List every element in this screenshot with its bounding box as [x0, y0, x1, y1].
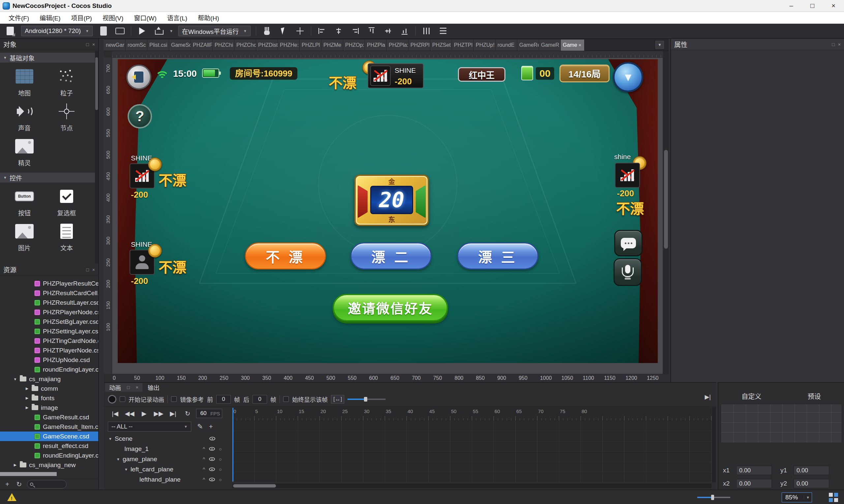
document-tab[interactable]: PHZMe: [322, 39, 343, 51]
top-player-box[interactable]: SHINE -200: [367, 63, 424, 88]
timeline-playhead[interactable]: [232, 408, 234, 482]
timeline-node-game-plane[interactable]: ▼ game_plane ^○: [104, 454, 232, 464]
expand-icon[interactable]: ▼: [116, 457, 120, 461]
document-tab[interactable]: PHZAllF: [191, 39, 213, 51]
controls-section[interactable]: ▼ 控件: [0, 173, 98, 182]
resource-item[interactable]: roundEndingLayer.csd: [0, 451, 98, 460]
maximize-icon[interactable]: □: [802, 0, 823, 12]
resource-item[interactable]: result_effect.csd: [0, 441, 98, 451]
basic-objects-section[interactable]: ▼ 基础对象: [0, 53, 98, 62]
timeline-node-left-card-plane[interactable]: ▼ left_card_plane ^○: [104, 464, 232, 474]
play-button[interactable]: ▶: [138, 410, 150, 417]
curve-grid[interactable]: [721, 404, 842, 443]
objects-scrollbar[interactable]: [95, 51, 98, 264]
document-tab[interactable]: newGar: [104, 39, 126, 51]
resource-item-selected[interactable]: GameScene.csd: [0, 432, 98, 441]
distribute-h-button[interactable]: [421, 25, 432, 37]
hongzhongwang-button[interactable]: 红中王: [458, 67, 505, 82]
menu-item[interactable]: 项目(P): [66, 12, 97, 23]
fast-forward-button[interactable]: ▶▶: [153, 410, 165, 417]
close-tab-icon[interactable]: ×: [579, 39, 582, 51]
document-tab[interactable]: PHZPla: [365, 39, 387, 51]
tab-overflow-dropdown-icon[interactable]: ▼: [655, 41, 664, 49]
menu-item[interactable]: 语言(L): [162, 12, 192, 23]
float-two-button[interactable]: 漂 二: [350, 242, 432, 269]
resource-folder[interactable]: ▼cs_majiang: [0, 374, 98, 384]
mirror-checkbox[interactable]: [171, 396, 177, 402]
resource-item[interactable]: PHZSettingLayer.csd: [0, 326, 98, 336]
resource-item[interactable]: PHZPlayerResultCell.: [0, 279, 98, 288]
publish-button[interactable]: [153, 25, 164, 37]
document-tab[interactable]: Plist.csi: [148, 39, 169, 51]
resource-item[interactable]: GameResult_Item.csd: [0, 422, 98, 432]
float-panel-icon[interactable]: □: [127, 385, 130, 390]
menu-item[interactable]: 编辑(E): [34, 12, 66, 23]
rewind-button[interactable]: ◀◀: [124, 410, 136, 417]
record-button[interactable]: [108, 395, 116, 403]
palette-item-node[interactable]: 节点: [46, 100, 88, 135]
expand-icon[interactable]: ▼: [124, 467, 128, 471]
palette-item-checkbox[interactable]: 复选框: [46, 185, 88, 220]
align-hcenter-button[interactable]: [333, 25, 344, 37]
next-frame-button[interactable]: ▶|: [705, 393, 711, 400]
tab-animation[interactable]: 动画 □ ×: [105, 383, 142, 392]
add-icon[interactable]: +: [209, 422, 213, 431]
resource-folder[interactable]: ▶cs_majiang_new: [0, 460, 98, 470]
lock-caret-icon[interactable]: ^: [203, 446, 205, 452]
palette-item-map[interactable]: 地图: [3, 65, 46, 100]
resource-folder[interactable]: ▶fonts: [0, 393, 98, 403]
voice-button[interactable]: [614, 258, 642, 286]
align-vcenter-button[interactable]: [382, 25, 394, 37]
always-show-checkbox[interactable]: [283, 396, 289, 402]
skip-start-button[interactable]: |◀: [109, 410, 121, 417]
float-panel-icon[interactable]: □: [86, 267, 89, 272]
document-tab[interactable]: PHZUp!: [474, 39, 496, 51]
visibility-eye-icon[interactable]: [209, 467, 215, 471]
resource-item[interactable]: PHZTingCardNode.c: [0, 336, 98, 345]
document-tab[interactable]: PHZPla:: [387, 39, 409, 51]
document-tab[interactable]: roomSc: [126, 39, 148, 51]
edit-icon[interactable]: ✎: [197, 422, 203, 431]
menu-item[interactable]: 文件(F): [3, 12, 34, 23]
timeline-vscrollbar[interactable]: [712, 407, 716, 482]
tab-output[interactable]: 输出: [144, 383, 163, 392]
document-tab-active[interactable]: Game ×: [561, 39, 585, 51]
exit-button[interactable]: [126, 65, 151, 90]
keyframe-circle-icon[interactable]: ○: [219, 477, 222, 482]
palette-item-text[interactable]: 文本: [46, 220, 88, 255]
loop-button[interactable]: ↻: [182, 410, 193, 417]
resource-item[interactable]: PHZRPlayerNode.csc: [0, 307, 98, 317]
document-tab[interactable]: PHZDist: [256, 39, 278, 51]
document-tab[interactable]: PHZChi: [213, 39, 235, 51]
menu-item[interactable]: 视图(V): [97, 12, 128, 23]
expand-icon[interactable]: ▶: [25, 406, 29, 410]
pan-tool-button[interactable]: [261, 25, 273, 37]
float-panel-icon[interactable]: □: [86, 42, 89, 47]
add-resource-button[interactable]: +: [3, 481, 11, 488]
document-tab[interactable]: PHZRPl: [409, 39, 430, 51]
expand-icon[interactable]: ▼: [13, 377, 17, 381]
fps-input[interactable]: [199, 410, 208, 417]
keyframe-circle-icon[interactable]: ○: [219, 446, 222, 452]
grid-toggle-icon[interactable]: [829, 493, 838, 502]
y1-input[interactable]: [794, 466, 829, 475]
close-panel-icon[interactable]: ×: [92, 267, 95, 272]
right-player-avatar[interactable]: [615, 163, 640, 188]
resource-folder[interactable]: ▶comm: [0, 384, 98, 393]
x1-input[interactable]: [736, 466, 772, 475]
zoom-dropdown[interactable]: 85% ▼: [782, 492, 812, 502]
no-float-button[interactable]: 不 漂: [245, 242, 326, 269]
document-tab[interactable]: PHZTPl: [452, 39, 474, 51]
timeline-ruler[interactable]: 05101520253035404550556065707580: [232, 407, 711, 421]
document-tab[interactable]: PHZLPl: [300, 39, 322, 51]
chat-button[interactable]: [614, 230, 642, 256]
document-tab[interactable]: PHZOp:: [343, 39, 365, 51]
scrollbar-handle[interactable]: [664, 150, 668, 249]
game-scene[interactable]: 15:00 房间号:160999 不漂 SHINE -200 红中王 00 14…: [118, 59, 658, 363]
timeline-zoom-slider[interactable]: [347, 399, 386, 400]
resolution-dropdown[interactable]: Android(1280 * 720) ▼: [21, 26, 93, 36]
visibility-eye-icon[interactable]: [209, 447, 215, 451]
align-bottom-button[interactable]: [399, 25, 410, 37]
canvas-vscrollbar[interactable]: [663, 51, 669, 374]
close-panel-icon[interactable]: ×: [838, 42, 841, 47]
